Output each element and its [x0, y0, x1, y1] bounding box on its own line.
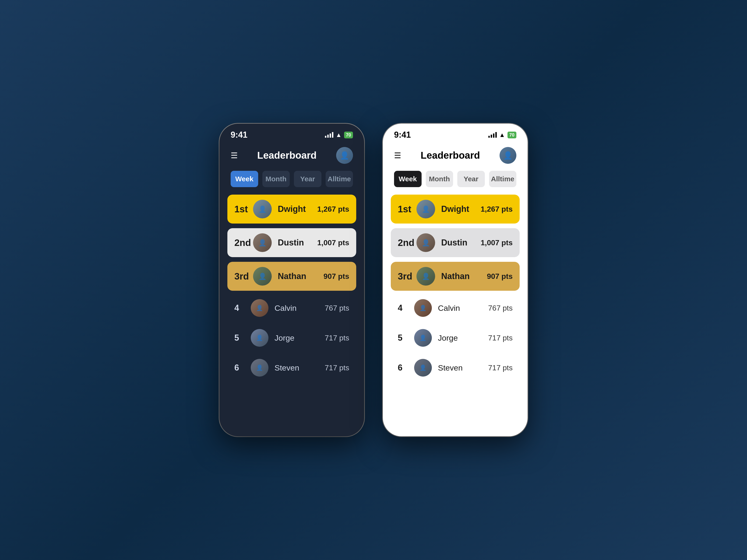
status-time-dark: 9:41 [231, 130, 248, 140]
list-6-points-dark: 717 pts [325, 364, 349, 372]
tab-bar-dark: Week Month Year Alltime [220, 171, 364, 187]
list-4-avatar-dark: 👤 [251, 299, 268, 317]
list-6-dark: 6 👤 Steven 717 pts [227, 355, 356, 380]
list-5-name-light: Jorge [438, 334, 488, 343]
list-5-dark: 5 👤 Jorge 717 pts [227, 325, 356, 350]
hamburger-icon-light[interactable]: ☰ [394, 151, 401, 160]
status-icons-dark: ▲ 70 [325, 132, 353, 138]
tab-year-dark[interactable]: Year [294, 171, 321, 187]
list-6-points-light: 717 pts [488, 364, 513, 372]
list-5-rank-dark: 5 [234, 333, 251, 343]
list-5-avatar-dark: 👤 [251, 329, 268, 347]
list-4-points-light: 767 pts [488, 304, 513, 313]
list-6-light: 6 👤 Steven 717 pts [391, 355, 520, 380]
battery-light: 70 [508, 132, 516, 138]
list-6-avatar-dark: 👤 [251, 359, 268, 377]
avatar-light[interactable]: 👤 [499, 147, 516, 164]
list-6-rank-light: 6 [398, 363, 414, 373]
rank-1-name-light: Dwight [441, 204, 481, 214]
leaderboard-dark: 1st 👤 Dwight 1,267 pts 2nd 👤 Dustin 1,00… [220, 195, 364, 380]
list-5-light: 5 👤 Jorge 717 pts [391, 325, 520, 350]
list-5-avatar-light: 👤 [414, 329, 432, 347]
list-5-name-dark: Jorge [275, 334, 325, 343]
signal-icon-light [488, 132, 497, 138]
battery-dark: 70 [344, 132, 353, 138]
rank-2-card-dark: 2nd 👤 Dustin 1,007 pts [227, 228, 356, 257]
rank-3-number-light: 3rd [398, 271, 416, 282]
rank-2-number-light: 2nd [398, 238, 416, 248]
phones-container: 9:41 ▲ 70 ☰ Leaderboard 👤 [220, 124, 527, 436]
rank-2-avatar-light: 👤 [416, 233, 435, 252]
signal-icon-dark [325, 132, 333, 138]
rank-3-card-light: 3rd 👤 Nathan 907 pts [391, 262, 520, 291]
list-4-name-dark: Calvin [275, 303, 325, 313]
header-title-light: Leaderboard [421, 150, 480, 161]
rank-1-avatar-dark: 👤 [253, 200, 272, 218]
hamburger-icon-dark[interactable]: ☰ [231, 151, 238, 160]
rank-3-avatar-light: 👤 [416, 267, 435, 286]
app-header-dark: ☰ Leaderboard 👤 [220, 142, 364, 168]
list-4-points-dark: 767 pts [325, 304, 349, 313]
app-header-light: ☰ Leaderboard 👤 [383, 142, 527, 168]
list-4-light: 4 👤 Calvin 767 pts [391, 295, 520, 321]
list-4-rank-light: 4 [398, 303, 414, 313]
rank-1-points-light: 1,267 pts [481, 205, 513, 213]
rank-3-points-light: 907 pts [487, 272, 513, 281]
rank-3-card-dark: 3rd 👤 Nathan 907 pts [227, 262, 356, 291]
phone-light: 9:41 ▲ 70 ☰ Leaderboard 👤 [383, 124, 527, 436]
rank-1-card-light: 1st 👤 Dwight 1,267 pts [391, 195, 520, 223]
rank-3-points-dark: 907 pts [324, 272, 349, 281]
rank-1-number-dark: 1st [234, 204, 253, 214]
status-bar-dark: 9:41 ▲ 70 [220, 124, 364, 142]
list-5-points-dark: 717 pts [325, 334, 349, 342]
rank-3-name-light: Nathan [441, 271, 487, 281]
wifi-icon-dark: ▲ [336, 132, 342, 138]
list-4-rank-dark: 4 [234, 303, 251, 313]
status-time-light: 9:41 [394, 130, 411, 140]
header-title-dark: Leaderboard [257, 150, 316, 161]
tab-week-dark[interactable]: Week [231, 171, 258, 187]
rank-3-number-dark: 3rd [234, 271, 253, 282]
rank-2-name-dark: Dustin [278, 238, 317, 247]
rank-1-points-dark: 1,267 pts [317, 205, 349, 213]
tab-year-light[interactable]: Year [457, 171, 485, 187]
list-6-rank-dark: 6 [234, 363, 251, 373]
tab-bar-light: Week Month Year Alltime [383, 171, 527, 187]
list-5-points-light: 717 pts [488, 334, 513, 342]
tab-week-light[interactable]: Week [394, 171, 421, 187]
rank-2-name-light: Dustin [441, 238, 481, 247]
list-4-dark: 4 👤 Calvin 767 pts [227, 295, 356, 321]
list-6-avatar-light: 👤 [414, 359, 432, 377]
list-6-name-light: Steven [438, 363, 488, 372]
rank-2-card-light: 2nd 👤 Dustin 1,007 pts [391, 228, 520, 257]
rank-1-name-dark: Dwight [278, 204, 317, 214]
leaderboard-light: 1st 👤 Dwight 1,267 pts 2nd 👤 Dustin 1,00… [383, 195, 527, 380]
avatar-dark[interactable]: 👤 [336, 147, 353, 164]
tab-month-light[interactable]: Month [426, 171, 453, 187]
rank-2-number-dark: 2nd [234, 238, 253, 248]
rank-2-avatar-dark: 👤 [253, 233, 272, 252]
rank-2-points-dark: 1,007 pts [317, 238, 349, 247]
phone-dark: 9:41 ▲ 70 ☰ Leaderboard 👤 [220, 124, 364, 436]
tab-alltime-dark[interactable]: Alltime [326, 171, 353, 187]
list-6-name-dark: Steven [275, 363, 325, 372]
status-bar-light: 9:41 ▲ 70 [383, 124, 527, 142]
rank-3-avatar-dark: 👤 [253, 267, 272, 286]
rank-1-avatar-light: 👤 [416, 200, 435, 218]
rank-2-points-light: 1,007 pts [481, 238, 513, 247]
list-4-avatar-light: 👤 [414, 299, 432, 317]
list-5-rank-light: 5 [398, 333, 414, 343]
list-4-name-light: Calvin [438, 303, 488, 313]
tab-alltime-light[interactable]: Alltime [489, 171, 517, 187]
rank-1-card-dark: 1st 👤 Dwight 1,267 pts [227, 195, 356, 223]
wifi-icon-light: ▲ [499, 132, 505, 138]
tab-month-dark[interactable]: Month [262, 171, 290, 187]
rank-1-number-light: 1st [398, 204, 416, 214]
status-icons-light: ▲ 70 [488, 132, 516, 138]
rank-3-name-dark: Nathan [278, 271, 324, 281]
